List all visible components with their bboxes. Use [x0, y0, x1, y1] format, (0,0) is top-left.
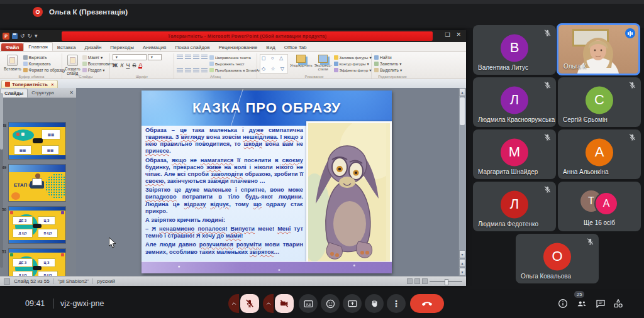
reset-button[interactable]: Восстановить [82, 61, 114, 67]
ribbon-tab-file[interactable]: Файл [1, 43, 23, 51]
participant-tile[interactable]: В Валентина Литус [473, 25, 556, 75]
participant-tile[interactable]: Л Людмила Федотенко [473, 182, 556, 231]
mic-off-button[interactable] [240, 294, 259, 313]
quick-access-toolbar[interactable]: P ↺ ↻ ▾ [3, 32, 38, 40]
participant-tile[interactable]: М Маргарита Шнайдер [473, 129, 556, 179]
justify-icon[interactable] [201, 68, 208, 73]
cut-button[interactable]: Вырезать [23, 55, 65, 60]
status-language[interactable]: русский [97, 278, 115, 284]
numbering-icon[interactable] [185, 55, 191, 60]
replace-button[interactable]: Заменить ▾ [374, 61, 402, 67]
scroll-down-arrow[interactable]: ▼ [459, 250, 465, 258]
pane-close-icon[interactable]: ✕ [69, 90, 74, 96]
restore-window-button[interactable]: ❑ [445, 31, 450, 38]
pane-tab-slides[interactable]: Слайды [0, 89, 28, 97]
participant-tile[interactable]: Л Людмила Краснояружська [473, 77, 556, 127]
normal-view-icon[interactable] [407, 278, 413, 284]
find-button[interactable]: Найти [374, 55, 402, 60]
align-text-button[interactable]: Выровнять текст [209, 61, 261, 67]
slide-thumbnail-51[interactable]: ДЕ З Ц З Д ЦЗ В ЦЗ [8, 248, 66, 276]
close-window-button[interactable]: ✕ [456, 31, 461, 38]
shape-effects-button[interactable]: Эффекты фигур ▾ [334, 67, 372, 73]
previous-slide-button[interactable]: ▲ [459, 259, 465, 267]
zoom-slider[interactable] [445, 279, 448, 285]
meeting-details-button[interactable] [557, 298, 569, 309]
participant-tile[interactable]: С Сергій Єрьомін [558, 77, 641, 127]
underline-button[interactable]: Ч [126, 62, 130, 69]
next-slide-button[interactable]: ▼ [459, 268, 465, 276]
ribbon-tab-design[interactable]: Дизайн [80, 43, 106, 51]
indent-icon[interactable] [193, 55, 199, 60]
shapes-gallery-row1[interactable]: ◻ ○ △ [262, 55, 286, 62]
document-tab-close-icon[interactable]: × [51, 82, 54, 87]
shape-fill-button[interactable]: Заливка фигуры ▾ [334, 55, 372, 60]
ribbon-tab-home[interactable]: Главная [23, 42, 52, 51]
align-center-icon[interactable] [185, 68, 191, 73]
scroll-up-arrow[interactable]: ▲ [459, 88, 465, 96]
redo-icon[interactable]: ↻ [28, 33, 33, 39]
slide-thumbnail-48[interactable]: ▦▦ ▦▦ ▦▦ [8, 122, 66, 160]
format-painter-button[interactable]: Формат по образцу [23, 67, 65, 73]
ribbon-tab-view[interactable]: Вид [262, 43, 279, 51]
bullets-icon[interactable] [177, 55, 183, 60]
ppt-title-bar[interactable]: P ↺ ↻ ▾ Толерантність - Microsoft PowerP… [0, 30, 466, 42]
layout-button[interactable]: Макет ▾ [82, 55, 114, 60]
smartart-button[interactable]: Преобразовать в SmartArt [209, 67, 261, 73]
ribbon-tab-insert[interactable]: Вставка [53, 43, 80, 51]
shapes-gallery-row2[interactable]: ◇ ☆ ▽ [262, 66, 286, 72]
ribbon-tab-review[interactable]: Рецензирование [214, 43, 262, 51]
participant-tile[interactable]: А Анна Альонкіна [558, 129, 641, 179]
status-view-zoom-controls[interactable] [407, 278, 462, 284]
document-tab[interactable]: Толерантність × [1, 80, 58, 88]
participant-tile[interactable]: О Ольга Ковальова [516, 234, 599, 283]
slide-thumbnail-49[interactable]: ЕТАП 6 [8, 164, 66, 202]
camera-off-button[interactable] [275, 294, 294, 313]
arrange-button[interactable]: Упорядочить [290, 54, 313, 74]
participant-tile-video[interactable]: Ольга К [557, 23, 640, 75]
copy-button[interactable]: Копировать [23, 61, 65, 67]
strikethrough-button[interactable]: S [132, 62, 136, 69]
present-screen-button[interactable] [343, 294, 362, 313]
thumbnail-scrollbar[interactable] [0, 98, 3, 268]
shape-outline-button[interactable]: Контур фигуры ▾ [334, 61, 372, 67]
ribbon-tab-animations[interactable]: Анимация [138, 43, 171, 51]
font-color-button[interactable]: А [138, 62, 142, 69]
ribbon-tab-slideshow[interactable]: Показ слайдов [170, 43, 214, 51]
participants-button[interactable] [576, 298, 587, 309]
paste-button[interactable]: Вставить [4, 54, 21, 74]
quick-styles-button[interactable]: Экспресс-стили [314, 54, 332, 74]
slide-scrollbar[interactable]: ▲ ▼ ▲ ▼ [458, 88, 466, 276]
pane-tab-outline[interactable]: Структура [28, 89, 58, 97]
undo-icon[interactable]: ↺ [20, 33, 25, 39]
reactions-button[interactable] [321, 294, 340, 313]
scrollbar-thumb[interactable] [460, 97, 465, 125]
more-options-button[interactable]: ⋮ [387, 294, 406, 313]
slide-thumbnail-50[interactable]: ДЕ З Ц З Д ЦЗ В ЦЗ [8, 206, 66, 244]
ribbon-tab-transitions[interactable]: Переходы [106, 43, 138, 51]
font-size-combobox[interactable]: ▾ [148, 54, 162, 60]
text-direction-button[interactable]: Направление текста [209, 55, 261, 60]
new-slide-button[interactable]: Создать слайд [65, 54, 80, 74]
font-name-combobox[interactable]: ▾ [113, 54, 147, 60]
bold-button[interactable]: Ж [113, 62, 118, 69]
save-icon[interactable] [12, 33, 18, 39]
mic-options-chevron[interactable] [228, 294, 239, 313]
raise-hand-button[interactable] [365, 294, 384, 313]
italic-button[interactable]: К [120, 62, 123, 69]
line-spacing-icon[interactable] [201, 55, 208, 60]
section-button[interactable]: Раздел ▾ [82, 67, 114, 73]
align-right-icon[interactable] [193, 68, 199, 73]
slideshow-view-icon[interactable] [422, 278, 428, 284]
select-button[interactable]: Выделить ▾ [374, 67, 402, 73]
camera-options-chevron[interactable] [263, 294, 274, 313]
ribbon-tab-officetab[interactable]: Office Tab [280, 43, 311, 51]
sorter-view-icon[interactable] [414, 278, 420, 284]
leave-call-button[interactable] [410, 294, 444, 313]
captions-button[interactable] [299, 294, 318, 313]
qat-dropdown-icon[interactable]: ▾ [35, 33, 38, 39]
align-left-icon[interactable] [177, 68, 183, 73]
overflow-participants-tile[interactable]: Т А Ще 16 осіб [558, 182, 641, 231]
activities-button[interactable] [613, 298, 624, 309]
chat-button[interactable] [595, 298, 606, 309]
presenter-avatar: О [33, 7, 43, 17]
